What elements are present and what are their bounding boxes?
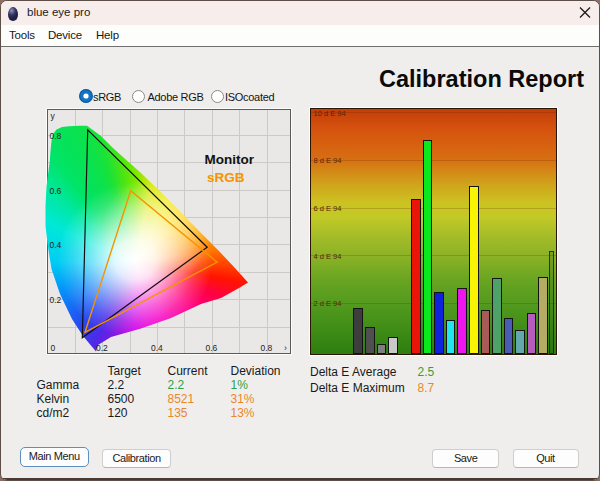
svg-text:0.6: 0.6 bbox=[50, 186, 62, 196]
svg-text:0.6: 0.6 bbox=[206, 343, 218, 353]
svg-text:0.8: 0.8 bbox=[50, 131, 62, 141]
svg-text:Monitor: Monitor bbox=[205, 152, 255, 167]
svg-text:0.4: 0.4 bbox=[50, 240, 62, 250]
svg-text:0.4: 0.4 bbox=[151, 343, 163, 353]
svg-text:›: › bbox=[284, 343, 287, 353]
svg-text:0.2: 0.2 bbox=[96, 343, 108, 353]
svg-text:y: y bbox=[51, 111, 56, 121]
svg-text:sRGB: sRGB bbox=[207, 170, 245, 185]
svg-text:0.2: 0.2 bbox=[50, 295, 62, 305]
svg-text:0.8: 0.8 bbox=[261, 343, 273, 353]
svg-text:0: 0 bbox=[51, 343, 56, 353]
